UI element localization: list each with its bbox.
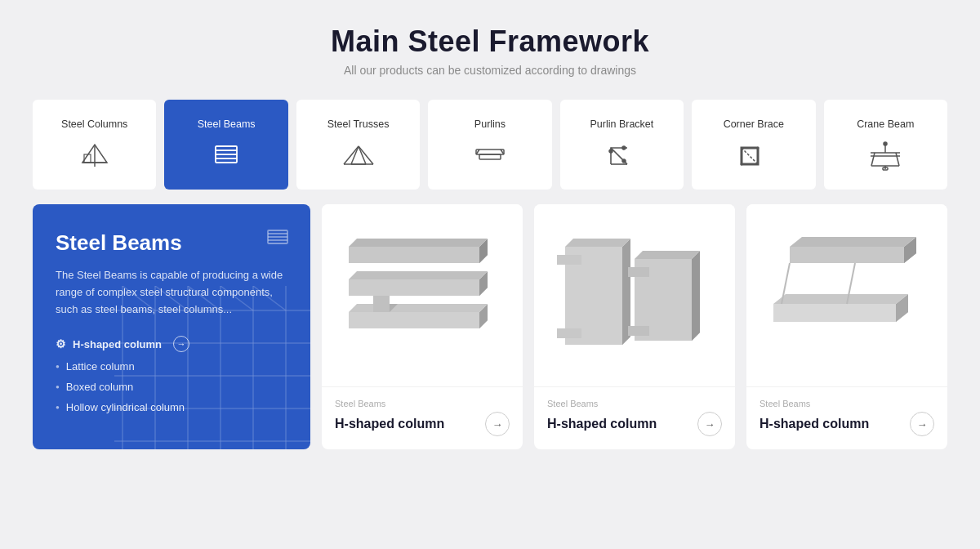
steel-beams-icon <box>207 138 246 171</box>
item-label: Boxed column <box>66 381 133 393</box>
panel-title: Steel Beams <box>56 230 287 256</box>
product-card-3: Steel Beams H-shaped column → <box>746 204 947 449</box>
page-title: Main Steel Framework <box>33 25 947 59</box>
products-row: Steel Beams H-shaped column → <box>322 204 947 449</box>
svg-marker-65 <box>349 247 479 263</box>
svg-marker-78 <box>628 267 649 277</box>
svg-marker-79 <box>628 326 649 336</box>
list-item-hollow[interactable]: ● Hollow cylindrical column <box>56 401 287 413</box>
svg-marker-71 <box>565 239 630 247</box>
svg-marker-77 <box>635 251 700 259</box>
purlins-icon <box>470 138 510 171</box>
svg-marker-76 <box>692 251 700 341</box>
product-card-2: Steel Beams H-shaped column → <box>534 204 735 449</box>
product-footer-3: Steel Beams H-shaped column → <box>746 386 947 449</box>
page-header: Main Steel Framework All our products ca… <box>33 25 947 77</box>
gear-icon: ⚙ <box>56 337 66 350</box>
steel-columns-icon <box>75 138 114 171</box>
purlin-bracket-icon <box>602 138 641 171</box>
product-footer-1: Steel Beams H-shaped column → <box>322 386 523 449</box>
product-arrow-3[interactable]: → <box>910 412 934 436</box>
svg-rect-14 <box>476 150 504 154</box>
list-item-boxed[interactable]: ● Boxed column <box>56 381 287 393</box>
product-arrow-2[interactable]: → <box>697 412 722 436</box>
product-name-row-2: H-shaped column → <box>547 412 722 436</box>
svg-line-10 <box>359 146 373 164</box>
steel-trusses-icon <box>339 138 378 171</box>
crane-beam-icon <box>866 138 905 171</box>
category-steel-trusses[interactable]: Steel Trusses <box>296 100 420 190</box>
product-name-1: H-shaped column <box>335 417 444 431</box>
arrow-button[interactable]: → <box>173 336 189 352</box>
category-crane-beam[interactable]: Crane Beam <box>824 100 947 190</box>
product-arrow-1[interactable]: → <box>485 412 510 436</box>
page-container: Main Steel Framework All our products ca… <box>0 0 980 549</box>
svg-marker-72 <box>557 255 581 265</box>
svg-marker-85 <box>773 304 896 322</box>
svg-marker-56 <box>349 304 488 312</box>
list-item-h-shaped[interactable]: ⚙ H-shaped column → <box>56 336 287 352</box>
category-steel-beams[interactable]: Steel Beams <box>164 100 287 190</box>
svg-line-25 <box>871 153 875 166</box>
left-panel: Steel Beams The Steel Beams is capable o… <box>33 204 310 449</box>
svg-point-29 <box>884 142 887 145</box>
product-card-1: Steel Beams H-shaped column → <box>322 204 523 449</box>
product-category-1: Steel Beams <box>335 399 510 408</box>
product-category-3: Steel Beams <box>760 399 934 408</box>
product-name-3: H-shaped column <box>760 417 869 431</box>
svg-point-20 <box>622 146 626 150</box>
svg-marker-63 <box>349 271 488 279</box>
category-corner-brace[interactable]: Corner Brace <box>692 100 815 190</box>
dot-icon: ● <box>56 404 60 411</box>
page-subtitle: All our products can be customized accor… <box>33 64 947 77</box>
category-purlin-bracket[interactable]: Purlin Bracket <box>560 100 684 190</box>
svg-marker-87 <box>773 294 908 304</box>
svg-marker-73 <box>557 328 581 338</box>
product-name-row-1: H-shaped column → <box>335 412 510 436</box>
panel-description: The Steel Beams is capable of producing … <box>56 267 287 318</box>
panel-list: ⚙ H-shaped column → ● Lattice column ● B… <box>56 336 287 413</box>
category-steel-columns[interactable]: Steel Columns <box>33 100 156 190</box>
svg-rect-15 <box>479 154 501 159</box>
svg-marker-67 <box>349 239 488 247</box>
svg-line-9 <box>344 146 359 164</box>
svg-marker-54 <box>349 312 479 328</box>
list-item-lattice[interactable]: ● Lattice column <box>56 360 287 373</box>
dot-icon: ● <box>56 383 60 391</box>
dot-icon: ● <box>56 363 60 370</box>
product-name-2: H-shaped column <box>547 417 657 431</box>
corner-brace-icon <box>734 138 773 171</box>
product-image-1 <box>322 204 523 386</box>
product-image-3 <box>746 204 947 386</box>
category-purlins[interactable]: Purlins <box>428 100 551 190</box>
svg-line-12 <box>359 146 366 164</box>
product-image-2 <box>534 204 735 386</box>
item-label: Lattice column <box>66 360 135 373</box>
svg-line-11 <box>351 146 359 164</box>
svg-line-26 <box>896 153 899 166</box>
item-label: H-shaped column <box>73 338 162 350</box>
product-footer-2: Steel Beams H-shaped column → <box>534 386 735 449</box>
svg-point-19 <box>609 150 612 153</box>
product-category-2: Steel Beams <box>547 399 722 408</box>
svg-marker-81 <box>790 247 904 263</box>
svg-marker-83 <box>790 237 916 247</box>
svg-marker-61 <box>349 279 479 296</box>
product-name-row-3: H-shaped column → <box>760 412 934 436</box>
item-label: Hollow cylindrical column <box>66 401 185 413</box>
main-row: Steel Beams The Steel Beams is capable o… <box>33 204 947 449</box>
svg-point-21 <box>622 159 626 163</box>
svg-line-22 <box>742 148 758 164</box>
categories-row: Steel Columns Steel Beams <box>33 100 947 190</box>
